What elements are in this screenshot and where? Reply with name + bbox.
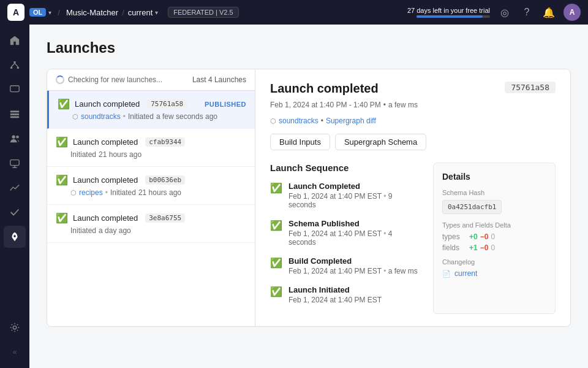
app-logo: A xyxy=(7,4,24,21)
launch-list: Checking for new launches... Last 4 Laun… xyxy=(47,69,255,326)
trial-text: 27 days left in your free trial xyxy=(407,7,490,14)
bell-icon[interactable]: 🔔 xyxy=(541,5,556,20)
seq-name: Schema Published xyxy=(288,219,421,228)
svg-point-10 xyxy=(16,136,19,139)
trial-info: 27 days left in your free trial xyxy=(407,7,490,18)
help-icon[interactable]: ? xyxy=(519,5,534,20)
launch-item-top: ✅ Launch completed 75761a58 PUBLISHED xyxy=(58,98,246,110)
build-inputs-button[interactable]: Build Inputs xyxy=(270,134,330,150)
page-title: Launches xyxy=(47,39,571,56)
launch-list-item[interactable]: ✅ Launch completed b00636eb ⬡ recipes • … xyxy=(47,167,255,205)
fields-label: fields xyxy=(442,243,467,252)
launch-name: Launch completed xyxy=(73,137,138,147)
changelog-item: 📄 current xyxy=(442,269,546,278)
breadcrumb-sep: / xyxy=(58,8,60,17)
breadcrumb-sep2: / xyxy=(122,8,124,17)
types-label: types xyxy=(442,232,467,241)
changelog-label: Changelog xyxy=(442,258,546,266)
changelog-section: Changelog 📄 current xyxy=(442,258,546,278)
seq-content: Launch Completed Feb 1, 2024 at 1:40 PM … xyxy=(288,182,421,209)
launch-list-item[interactable]: ✅ Launch completed 75761a58 PUBLISHED ⬡ … xyxy=(47,91,255,129)
sidebar-item-graph[interactable] xyxy=(4,54,26,76)
changelog-link[interactable]: current xyxy=(454,269,477,278)
sidebar-item-check[interactable] xyxy=(4,201,26,223)
initiated-label4: Initiated xyxy=(70,226,96,235)
svg-line-3 xyxy=(12,63,15,66)
supergraph-schema-button[interactable]: Supergraph Schema xyxy=(335,134,426,150)
project-selector[interactable]: Music-Matcher / current ▾ xyxy=(66,8,158,17)
detail-title: Launch completed xyxy=(270,82,379,96)
types-minus: −0 xyxy=(480,232,489,241)
launch-hash: b00636eb xyxy=(145,175,185,185)
svg-point-2 xyxy=(17,67,20,69)
launch-list-header: Checking for new launches... Last 4 Laun… xyxy=(47,69,255,91)
detail-actions: Build Inputs Supergraph Schema xyxy=(270,134,556,150)
initiated-time4: a day ago xyxy=(99,226,131,235)
content-row: Launch Sequence ✅ Launch Completed Feb 1… xyxy=(270,163,556,314)
sidebar-item-home[interactable] xyxy=(4,29,26,52)
sidebar-item-monitor[interactable] xyxy=(4,79,26,101)
project-name: Music-Matcher xyxy=(66,8,118,17)
svg-rect-11 xyxy=(10,160,19,166)
initiated-time3: 21 hours ago xyxy=(138,188,181,197)
eye-icon[interactable]: ◎ xyxy=(497,5,512,20)
launch-list-item[interactable]: ✅ Launch completed cfab9344 Initiated 21… xyxy=(47,129,255,167)
launch-hash: 3e8a6755 xyxy=(145,213,185,223)
org-selector[interactable]: OL ▾ xyxy=(29,8,51,17)
checking-text: Checking for new launches... xyxy=(68,75,162,84)
types-plus: +0 xyxy=(469,232,478,241)
subgraph-link[interactable]: soundtracks xyxy=(81,112,121,121)
sidebar-item-table[interactable] xyxy=(4,103,26,125)
sidebar-item-users[interactable] xyxy=(4,128,26,150)
sidebar-item-collapse[interactable]: « xyxy=(4,341,26,363)
seq-name: Launch Initiated xyxy=(288,285,382,294)
avatar[interactable]: A xyxy=(564,4,581,21)
graph-link[interactable]: soundtracks xyxy=(279,117,318,125)
svg-point-12 xyxy=(13,235,16,237)
sidebar-item-launches[interactable] xyxy=(4,226,26,248)
launch-sequence: Launch Sequence ✅ Launch Completed Feb 1… xyxy=(270,163,421,314)
detail-hash: 75761a58 xyxy=(505,82,556,93)
launch-name: Launch completed xyxy=(73,213,138,223)
launch-hash: cfab9344 xyxy=(145,137,185,147)
launch-hash: 75761a58 xyxy=(147,99,187,109)
sidebar-item-analytics[interactable] xyxy=(4,177,26,199)
detail-header: Launch completed 75761a58 xyxy=(270,82,556,96)
subgraph-link[interactable]: recipes xyxy=(79,188,103,197)
seq-check-icon: ✅ xyxy=(270,220,282,231)
sidebar-item-settings[interactable] xyxy=(4,316,26,339)
fields-minus: −0 xyxy=(480,243,489,252)
types-zero: 0 xyxy=(491,232,495,241)
graph-icon: ⬡ xyxy=(70,189,77,197)
detail-time-ago: a few ms xyxy=(388,101,418,109)
org-badge: OL xyxy=(29,8,46,17)
initiated-label2: Initiated xyxy=(70,150,96,159)
seq-content: Launch Initiated Feb 1, 2024 at 1:40 PM … xyxy=(288,285,382,304)
sequence-title: Launch Sequence xyxy=(270,163,421,173)
launch-list-item[interactable]: ✅ Launch completed 3e8a6755 Initiated a … xyxy=(47,205,255,243)
current-branch: current xyxy=(128,8,153,17)
check-icon: ✅ xyxy=(56,174,68,186)
supergraph-diff-link[interactable]: Supergraph diff xyxy=(326,117,376,125)
sidebar-item-screen[interactable] xyxy=(4,152,26,174)
seq-content: Build Completed Feb 1, 2024 at 1:40 PM E… xyxy=(288,256,418,275)
svg-point-0 xyxy=(13,61,16,64)
seq-item-1: ✅ Schema Published Feb 1, 2024 at 1:40 P… xyxy=(270,219,421,247)
details-panel: Details Schema Hash 0a4251dacfb1 Types a… xyxy=(433,163,556,314)
loading-spinner xyxy=(56,75,64,84)
launch-name: Launch completed xyxy=(73,175,138,185)
detail-date: Feb 1, 2024 at 1:40 PM - 1:40 PM xyxy=(270,101,381,109)
seq-name: Build Completed xyxy=(288,256,418,266)
launch-detail: Launch completed 75761a58 Feb 1, 2024 at… xyxy=(255,69,570,326)
svg-rect-5 xyxy=(10,86,19,92)
launch-name: Launch completed xyxy=(75,99,140,109)
sub-sep: • xyxy=(123,112,126,121)
check-icon: ✅ xyxy=(56,136,68,148)
fields-plus: +1 xyxy=(469,243,478,252)
schema-hash-value: 0a4251dacfb1 xyxy=(442,200,502,214)
main-content: Launches Checking for new launches... La… xyxy=(29,25,588,368)
chevron-down-icon2: ▾ xyxy=(155,9,158,16)
launch-item-top: ✅ Launch completed cfab9344 xyxy=(56,136,246,148)
seq-check-icon: ✅ xyxy=(270,257,282,269)
checking-status: Checking for new launches... xyxy=(56,75,162,84)
